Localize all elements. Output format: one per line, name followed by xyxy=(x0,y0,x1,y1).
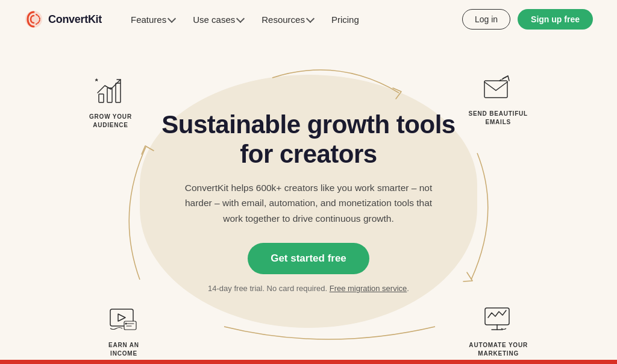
nav-links: Features Use cases Resources Pricing xyxy=(124,10,462,30)
svg-rect-1 xyxy=(99,94,104,102)
svg-point-8 xyxy=(125,323,127,325)
brand-name: ConvertKit xyxy=(48,13,102,26)
earn-icon xyxy=(107,303,140,336)
nav-features[interactable]: Features xyxy=(124,10,182,30)
svg-rect-3 xyxy=(116,83,121,102)
svg-marker-6 xyxy=(118,314,125,321)
login-button[interactable]: Log in xyxy=(462,9,510,30)
logo[interactable]: ConvertKit xyxy=(24,10,102,29)
feature-grow: GROW YOUR AUDIENCE xyxy=(89,75,132,130)
hero-footnote: 14-day free trial. No card required. Fre… xyxy=(152,284,465,293)
bottom-bar xyxy=(0,360,617,364)
hero-section: GROW YOUR AUDIENCE SEND BEAUTIFUL EMAILS xyxy=(0,39,617,364)
chevron-down-icon xyxy=(236,14,245,22)
nav-actions: Log in Sign up free xyxy=(462,9,593,30)
nav-pricing[interactable]: Pricing xyxy=(324,10,366,30)
get-started-button[interactable]: Get started free xyxy=(248,243,369,274)
hero-content: Sustainable growth tools for creators Co… xyxy=(152,110,465,293)
feature-email: SEND BEAUTIFUL EMAILS xyxy=(469,75,528,127)
chevron-down-icon xyxy=(306,14,315,22)
grow-icon xyxy=(94,75,127,108)
hero-title: Sustainable growth tools for creators xyxy=(152,110,465,169)
signup-button[interactable]: Sign up free xyxy=(518,9,593,30)
free-migration-link[interactable]: Free migration service xyxy=(330,284,407,293)
svg-rect-4 xyxy=(484,81,507,98)
feature-automate: AUTOMATE YOUR MARKETING xyxy=(469,303,528,358)
email-icon xyxy=(481,75,515,105)
chevron-down-icon xyxy=(168,14,176,22)
hero-subtitle: ConvertKit helps 600k+ creators like you… xyxy=(179,180,438,227)
feature-earn: EARN AN INCOME xyxy=(107,303,140,358)
nav-use-cases[interactable]: Use cases xyxy=(186,10,251,30)
svg-rect-2 xyxy=(107,88,112,102)
navbar: ConvertKit Features Use cases Resources … xyxy=(0,0,617,39)
nav-resources[interactable]: Resources xyxy=(254,10,321,30)
svg-rect-7 xyxy=(124,321,136,330)
automate-icon xyxy=(482,303,515,336)
